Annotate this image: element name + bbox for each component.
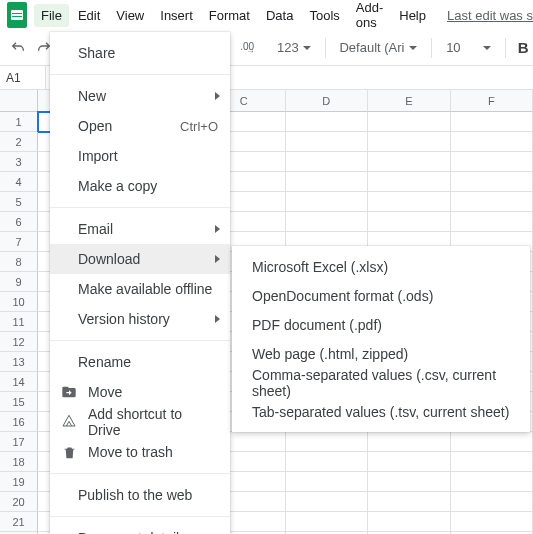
download-option[interactable]: OpenDocument format (.ods) xyxy=(232,281,530,310)
cell[interactable] xyxy=(286,472,369,492)
menu-move[interactable]: Move xyxy=(50,377,230,407)
menu-view[interactable]: View xyxy=(109,4,151,27)
select-all-corner[interactable] xyxy=(0,90,38,112)
cell[interactable] xyxy=(286,452,369,472)
row-header[interactable]: 16 xyxy=(0,412,38,432)
menu-document-details[interactable]: Document details xyxy=(50,523,230,534)
menu-download[interactable]: Download xyxy=(50,244,230,274)
undo-button[interactable] xyxy=(8,34,28,62)
cell[interactable] xyxy=(451,172,533,192)
cell[interactable] xyxy=(286,132,369,152)
menu-offline[interactable]: Make available offline xyxy=(50,274,230,304)
menu-open[interactable]: OpenCtrl+O xyxy=(50,111,230,141)
menu-add-ons[interactable]: Add-ons xyxy=(349,0,390,34)
menu-version-history[interactable]: Version history xyxy=(50,304,230,334)
menu-edit[interactable]: Edit xyxy=(71,4,107,27)
column-header[interactable]: F xyxy=(451,90,533,112)
row-header[interactable]: 21 xyxy=(0,512,38,532)
cell[interactable] xyxy=(368,452,451,472)
menu-add-shortcut[interactable]: Add shortcut to Drive xyxy=(50,407,230,437)
cell[interactable] xyxy=(368,472,451,492)
cell[interactable] xyxy=(368,212,451,232)
cell[interactable] xyxy=(368,112,451,132)
row-header[interactable]: 18 xyxy=(0,452,38,472)
cell[interactable] xyxy=(451,112,533,132)
row-header[interactable]: 8 xyxy=(0,252,38,272)
menu-new[interactable]: New xyxy=(50,81,230,111)
cell[interactable] xyxy=(451,152,533,172)
cell[interactable] xyxy=(286,212,369,232)
cell[interactable] xyxy=(286,192,369,212)
cell[interactable] xyxy=(451,472,533,492)
menu-import[interactable]: Import xyxy=(50,141,230,171)
cell[interactable] xyxy=(368,432,451,452)
row-header[interactable]: 20 xyxy=(0,492,38,512)
row-header[interactable]: 15 xyxy=(0,392,38,412)
cell[interactable] xyxy=(286,172,369,192)
file-menu-dropdown: Share New OpenCtrl+O Import Make a copy … xyxy=(50,32,230,534)
cell[interactable] xyxy=(286,492,369,512)
menu-share[interactable]: Share xyxy=(50,38,230,68)
row-header[interactable]: 3 xyxy=(0,152,38,172)
column-header[interactable]: D xyxy=(286,90,369,112)
row-header[interactable]: 12 xyxy=(0,332,38,352)
cell[interactable] xyxy=(368,152,451,172)
row-header[interactable]: 5 xyxy=(0,192,38,212)
cell[interactable] xyxy=(451,492,533,512)
row-header[interactable]: 14 xyxy=(0,372,38,392)
row-header[interactable]: 10 xyxy=(0,292,38,312)
row-header[interactable]: 11 xyxy=(0,312,38,332)
cell[interactable] xyxy=(451,432,533,452)
cell[interactable] xyxy=(286,512,369,532)
row-header[interactable]: 1 xyxy=(0,112,38,132)
cell[interactable] xyxy=(286,152,369,172)
chevron-right-icon xyxy=(215,255,220,263)
column-header[interactable]: E xyxy=(368,90,451,112)
menu-make-copy[interactable]: Make a copy xyxy=(50,171,230,201)
cell[interactable] xyxy=(451,452,533,472)
row-header[interactable]: 9 xyxy=(0,272,38,292)
cell[interactable] xyxy=(286,432,369,452)
menu-file[interactable]: File xyxy=(34,4,69,27)
menu-data[interactable]: Data xyxy=(259,4,300,27)
cell[interactable] xyxy=(451,132,533,152)
row-header[interactable]: 13 xyxy=(0,352,38,372)
cell[interactable] xyxy=(368,512,451,532)
cell[interactable] xyxy=(368,132,451,152)
cell[interactable] xyxy=(451,512,533,532)
menu-rename[interactable]: Rename xyxy=(50,347,230,377)
row-header[interactable]: 6 xyxy=(0,212,38,232)
download-option[interactable]: Web page (.html, zipped) xyxy=(232,339,530,368)
cell[interactable] xyxy=(368,172,451,192)
row-header[interactable]: 7 xyxy=(0,232,38,252)
increase-decimal-button[interactable]: .00→ xyxy=(238,40,265,55)
menu-help[interactable]: Help xyxy=(392,4,433,27)
download-option[interactable]: Tab-separated values (.tsv, current shee… xyxy=(232,397,530,426)
row-header[interactable]: 4 xyxy=(0,172,38,192)
name-box[interactable]: A1 xyxy=(0,66,46,89)
menu-format[interactable]: Format xyxy=(202,4,257,27)
menu-tools[interactable]: Tools xyxy=(302,4,346,27)
cell[interactable] xyxy=(451,212,533,232)
menu-trash[interactable]: Move to trash xyxy=(50,437,230,467)
cell[interactable] xyxy=(368,192,451,212)
font-size-dropdown[interactable]: 10 xyxy=(440,40,496,55)
cell[interactable] xyxy=(451,192,533,212)
menu-publish[interactable]: Publish to the web xyxy=(50,480,230,510)
last-edit-link[interactable]: Last edit was s xyxy=(447,8,533,23)
menu-email[interactable]: Email xyxy=(50,214,230,244)
row-header[interactable]: 17 xyxy=(0,432,38,452)
menubar: FileEditViewInsertFormatDataToolsAdd-ons… xyxy=(34,0,433,34)
download-option[interactable]: Microsoft Excel (.xlsx) xyxy=(232,252,530,281)
download-option[interactable]: Comma-separated values (.csv, current sh… xyxy=(232,368,530,397)
font-dropdown[interactable]: Default (Ari... xyxy=(333,40,423,55)
menu-insert[interactable]: Insert xyxy=(153,4,200,27)
cell[interactable] xyxy=(368,492,451,512)
sheets-logo[interactable] xyxy=(0,2,34,28)
row-header[interactable]: 2 xyxy=(0,132,38,152)
cell[interactable] xyxy=(286,112,369,132)
number-format-dropdown[interactable]: 123 xyxy=(271,40,317,55)
download-option[interactable]: PDF document (.pdf) xyxy=(232,310,530,339)
bold-button[interactable]: B xyxy=(513,34,533,62)
row-header[interactable]: 19 xyxy=(0,472,38,492)
